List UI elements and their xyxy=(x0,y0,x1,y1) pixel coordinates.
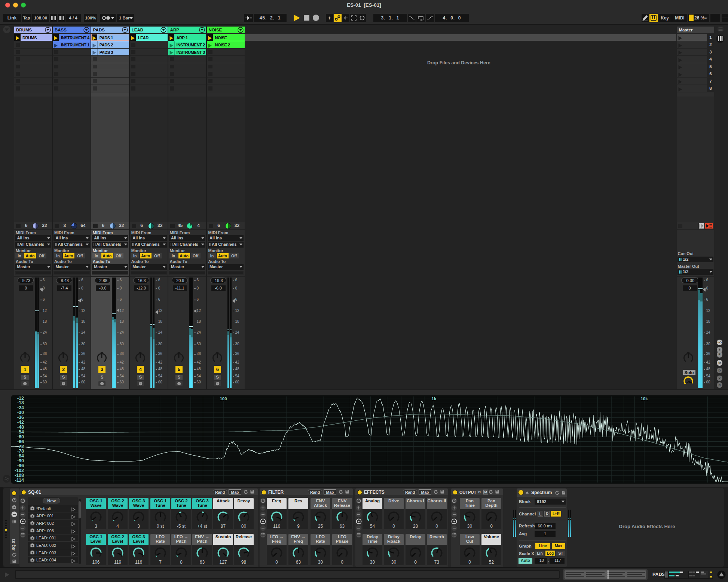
svg-text:-36: -36 xyxy=(17,415,24,420)
svg-text:-108: -108 xyxy=(15,473,24,478)
svg-text:-90: -90 xyxy=(17,458,24,463)
svg-text:-12: -12 xyxy=(17,396,24,401)
svg-text:-84: -84 xyxy=(17,453,24,459)
svg-text:-114: -114 xyxy=(15,478,24,483)
svg-text:-18: -18 xyxy=(17,400,24,405)
svg-text:-66: -66 xyxy=(17,439,24,444)
svg-text:10k: 10k xyxy=(640,396,648,401)
svg-text:-24: -24 xyxy=(17,405,24,410)
svg-text:1k: 1k xyxy=(432,396,437,401)
svg-text:-48: -48 xyxy=(17,425,24,430)
svg-text:-102: -102 xyxy=(15,468,24,473)
svg-text:-60: -60 xyxy=(17,434,24,439)
svg-text:100: 100 xyxy=(220,396,227,401)
svg-text:-78: -78 xyxy=(17,448,24,454)
svg-text:-30: -30 xyxy=(17,410,24,415)
svg-text:-96: -96 xyxy=(17,463,24,468)
svg-text:-42: -42 xyxy=(17,420,24,425)
